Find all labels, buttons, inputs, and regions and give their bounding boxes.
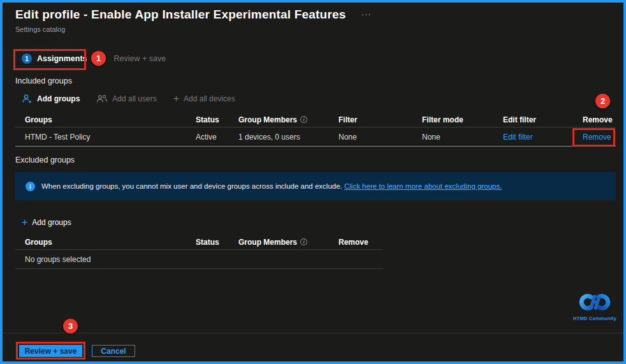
info-icon[interactable]: i — [300, 116, 307, 123]
col-remove: Remove — [573, 115, 616, 124]
logo-caption: HTMD Community — [572, 316, 618, 321]
col-remove: Remove — [329, 238, 383, 247]
included-toolbar: Add groups Add all users + Add all devic… — [22, 93, 235, 105]
excluded-toolbar: + Add groups — [22, 217, 71, 228]
cancel-button[interactable]: Cancel — [92, 345, 135, 357]
htmd-community-logo: HTMD Community — [572, 291, 618, 321]
row-group-members: 1 devices, 0 users — [229, 133, 329, 142]
page-title: Edit profile - Enable App Installer Expe… — [15, 8, 346, 22]
exclusion-info-banner: i When excluding groups, you cannot mix … — [15, 172, 616, 200]
included-groups-heading: Included groups — [15, 76, 72, 85]
footer-divider — [3, 333, 623, 333]
col-group-members: Group Members i — [229, 115, 329, 124]
table-row: HTMD - Test Policy Active 1 devices, 0 u… — [15, 127, 616, 147]
included-groups-table: Groups Status Group Members i Filter Fil… — [15, 112, 616, 147]
edit-profile-window: Edit profile - Enable App Installer Expe… — [0, 0, 626, 364]
row-status: Active — [186, 133, 229, 142]
info-icon[interactable]: i — [300, 238, 307, 245]
row-filter: None — [329, 133, 412, 142]
included-table-header: Groups Status Group Members i Filter Fil… — [15, 112, 616, 127]
add-all-users-label: Add all users — [112, 94, 156, 103]
col-filter-mode: Filter mode — [412, 115, 493, 124]
plus-icon: + — [173, 93, 179, 105]
col-groups: Groups — [15, 115, 186, 124]
row-group-name: HTMD - Test Policy — [15, 133, 186, 142]
excluded-groups-heading: Excluded groups — [15, 156, 75, 164]
add-groups-button-excluded[interactable]: + Add groups — [22, 217, 71, 228]
add-all-devices-label: Add all devices — [184, 94, 235, 103]
add-groups-label: Add groups — [37, 94, 80, 103]
more-options-icon[interactable]: ... — [361, 6, 372, 17]
excluded-table-header: Groups Status Group Members i Remove — [15, 235, 383, 250]
htmd-logo-icon — [572, 291, 618, 315]
tab-assignments[interactable]: 1 Assignments — [22, 54, 87, 64]
banner-text: When excluding groups, you cannot mix us… — [41, 182, 502, 190]
person-add-icon — [22, 94, 33, 104]
tab-review-save[interactable]: Review + save — [114, 54, 166, 63]
tab-assignments-label: Assignments — [37, 54, 87, 63]
row-filter-mode: None — [412, 133, 493, 142]
add-all-users-button[interactable]: Add all users — [96, 94, 156, 104]
col-edit-filter: Edit filter — [493, 115, 573, 124]
tab-review-save-label: Review + save — [114, 54, 166, 63]
excluding-groups-learn-more-link[interactable]: Click here to learn more about excluding… — [344, 182, 502, 190]
plus-icon: + — [22, 217, 27, 228]
info-icon: i — [25, 182, 35, 191]
page-subtitle: Settings catalog — [15, 25, 65, 33]
annotation-step-1: 1 — [91, 51, 106, 66]
col-status: Status — [186, 115, 229, 124]
empty-table-message: No groups selected — [15, 250, 383, 269]
add-all-devices-button[interactable]: + Add all devices — [173, 93, 235, 105]
add-groups-button[interactable]: Add groups — [22, 94, 80, 104]
step-number-icon: 1 — [22, 54, 32, 64]
edit-filter-link[interactable]: Edit filter — [503, 133, 533, 142]
add-groups-label: Add groups — [32, 218, 71, 227]
review-save-button[interactable]: Review + save — [19, 345, 82, 357]
remove-link[interactable]: Remove — [583, 133, 611, 142]
annotation-step-3: 3 — [63, 319, 78, 333]
excluded-groups-table: Groups Status Group Members i Remove No … — [15, 235, 383, 269]
col-status: Status — [186, 238, 229, 247]
col-group-members: Group Members i — [229, 238, 329, 247]
annotation-step-2: 2 — [595, 94, 610, 108]
col-filter: Filter — [329, 115, 412, 124]
people-icon — [96, 94, 108, 104]
col-groups: Groups — [15, 238, 186, 247]
